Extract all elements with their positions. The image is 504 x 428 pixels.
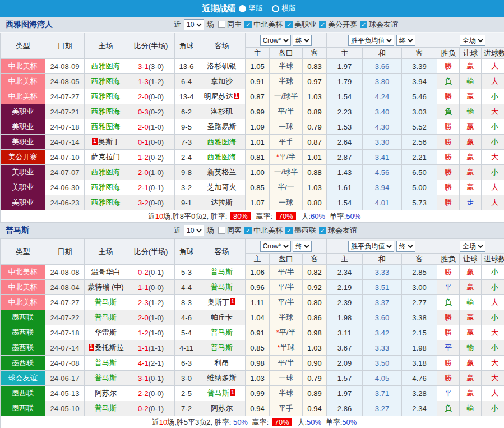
away-team-name[interactable]: 普马斯: [0, 225, 140, 236]
col-asia-home: 主: [246, 48, 270, 59]
avg-select[interactable]: 胜平负均值: [348, 241, 394, 252]
avg-away-cell: 2.34: [402, 401, 437, 416]
league-cell: 墨西联: [1, 356, 45, 371]
games-count-select[interactable]: 10: [184, 19, 204, 30]
same-venue-label[interactable]: 同主: [227, 20, 242, 30]
same-venue-checkbox[interactable]: [218, 21, 225, 28]
asia-home-odds-cell: 0.91: [246, 74, 270, 89]
league-label[interactable]: 中北美杯: [253, 225, 283, 236]
match-row: 墨西联24-07-141桑托斯拉1-1(1-1)4-11普马斯0.85*半球1.…: [1, 340, 504, 356]
away-team-cell: 普马斯: [198, 265, 246, 280]
score-fulltime: 2-0: [138, 123, 149, 131]
odds-win-rate-badge: 70%: [272, 418, 292, 426]
asia-away-odds-cell: 0.94: [303, 401, 327, 416]
fullmatch-select[interactable]: 全场: [460, 35, 485, 46]
league-label[interactable]: 墨西联: [294, 225, 316, 236]
league-label[interactable]: 美公开赛: [328, 20, 357, 30]
score-fulltime: 1-1: [138, 344, 149, 352]
corner-cell: 9-8: [175, 165, 198, 180]
asia-line-cell: 一球: [270, 371, 303, 386]
wdl-result-cell: 勝: [437, 310, 460, 325]
league-label[interactable]: 球会友谊: [369, 20, 398, 30]
final-odds-select[interactable]: 终: [293, 241, 312, 252]
league-cell: 中北美杯: [1, 295, 45, 310]
score-halftime: (0-1): [149, 374, 164, 383]
radio-vertical-label[interactable]: 竖版: [249, 3, 263, 13]
avg-away-cell: 3.00: [402, 280, 437, 295]
team-name-text: 西雅图海: [91, 77, 121, 85]
avg-home-cell: 2.39: [327, 295, 363, 310]
col-asia-line: 盘口: [270, 254, 303, 265]
wdl-result-cell: 勝: [437, 59, 460, 74]
final-avg-select[interactable]: 终: [396, 35, 415, 46]
team-name-text: 西雅图海: [91, 198, 121, 206]
league-checkbox-concacaf[interactable]: [244, 21, 252, 28]
league-checkbox-friendly[interactable]: [319, 227, 326, 234]
asia-line-cell: 一/球半: [270, 89, 303, 104]
league-label[interactable]: 美职业: [294, 20, 316, 30]
score-halftime: (0-2): [149, 108, 164, 116]
score-fulltime: 4-1: [138, 359, 149, 367]
col-avg-draw: 和: [363, 48, 402, 59]
score-halftime: (2-1): [149, 359, 164, 367]
away-team-cell: 明尼苏达1: [198, 89, 246, 104]
asia-line-cell: 一球: [270, 119, 303, 135]
final-avg-select[interactable]: 终: [396, 241, 415, 252]
col-avg-home: 主: [327, 48, 363, 59]
radio-vertical-layout[interactable]: [239, 5, 246, 12]
asia-home-odds-cell: 0.91: [246, 325, 270, 340]
asia-odds-group: Crow* 终: [246, 33, 327, 48]
fullmatch-select[interactable]: 全场: [460, 241, 485, 252]
final-odds-select[interactable]: 终: [293, 35, 312, 46]
home-team-name[interactable]: 西雅图海湾人: [0, 20, 140, 30]
matches-table-away: 类型 日期 主场 比分(半场) 角球 客场 Crow* 终 胜平负均值 终 全场…: [0, 238, 504, 428]
goals-result-cell: 大: [482, 150, 504, 165]
goals-result-cell: 小: [482, 265, 504, 280]
avg-draw-cell: 3.41: [363, 150, 402, 165]
score-halftime: (1-2): [149, 298, 164, 307]
away-team-cell: 阿苏尔: [198, 401, 246, 416]
games-count-select[interactable]: 10: [184, 225, 204, 236]
avg-select[interactable]: 胜平负均值: [348, 35, 394, 46]
avg-draw-cell: 3.27: [363, 401, 402, 416]
league-checkbox-usopen[interactable]: [319, 21, 326, 28]
goals-result-cell: 大: [482, 325, 504, 340]
score-fulltime: 0-2: [138, 268, 149, 277]
asia-away-odds-cell: 0.80: [303, 295, 327, 310]
radio-horizontal-layout[interactable]: [272, 5, 279, 12]
league-checkbox-ligamx[interactable]: [285, 227, 293, 234]
date-cell: 24-07-22: [45, 310, 85, 325]
league-label[interactable]: 球会友谊: [328, 225, 357, 236]
league-label[interactable]: 中北美杯: [253, 20, 283, 30]
top-bar: 近期战绩 竖版 横版: [0, 0, 504, 17]
same-venue-checkbox[interactable]: [218, 227, 225, 234]
date-cell: 24-07-10: [45, 150, 85, 165]
home-team-cell: 普马斯: [85, 401, 127, 416]
league-cell: 美职业: [1, 104, 45, 119]
col-let-goal: 让球: [460, 254, 482, 265]
bookmaker-select[interactable]: Crow*: [260, 241, 291, 252]
league-checkbox-friendly[interactable]: [360, 21, 367, 28]
wdl-result-cell: 勝: [437, 150, 460, 165]
asia-home-odds-cell: 1.03: [246, 371, 270, 386]
avg-away-cell: 2.85: [402, 265, 437, 280]
team-name-text: 桑托斯拉: [95, 343, 124, 352]
league-checkbox-mls[interactable]: [285, 21, 293, 28]
avg-draw-cell: 3.50: [363, 356, 402, 371]
team-name-text: 温哥华白: [91, 268, 121, 276]
same-venue-label[interactable]: 同客: [227, 225, 242, 236]
home-team-cell: 普马斯: [85, 295, 127, 310]
team-name-text: 帕丘卡: [211, 313, 233, 321]
bookmaker-select[interactable]: Crow*: [260, 35, 291, 46]
col-date: 日期: [45, 33, 85, 59]
asia-away-odds-cell: 0.90: [303, 356, 327, 371]
avg-home-cell: 1.97: [327, 59, 363, 74]
corner-cell: 3-0: [175, 371, 198, 386]
league-checkbox-concacaf[interactable]: [244, 227, 252, 234]
asia-line-cell: *半球: [270, 340, 303, 356]
wdl-result-cell: 勝: [437, 371, 460, 386]
radio-horizontal-label[interactable]: 横版: [282, 3, 297, 13]
match-row: 中北美杯24-07-27西雅图海2-0(0-0)13-4明尼苏达10.87一/球…: [1, 89, 504, 104]
avg-odds-group: 胜平负均值 终: [327, 33, 437, 48]
goals-result-cell: 小: [482, 310, 504, 325]
